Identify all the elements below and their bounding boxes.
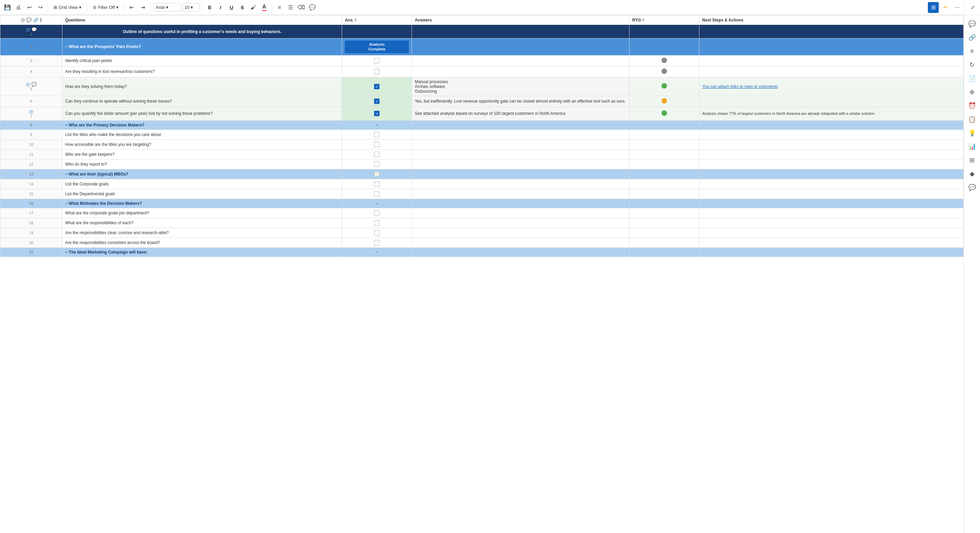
sidebar-clipboard-icon[interactable]: 📋 (966, 113, 978, 125)
comment-toolbar-button[interactable]: 💬 (307, 3, 317, 12)
ans-cell[interactable] (342, 96, 412, 107)
ans-cell[interactable] (342, 169, 412, 179)
sidebar-clock-icon[interactable]: ⏰ (966, 100, 978, 112)
ans-info-icon[interactable]: ℹ (355, 18, 356, 22)
checkbox[interactable] (374, 240, 380, 245)
nextsteps-cell (699, 66, 964, 77)
checkbox[interactable] (374, 84, 380, 89)
nextsteps-cell (699, 25, 964, 38)
sidebar-refresh-icon[interactable]: ↻ (966, 59, 978, 71)
nextsteps-link[interactable]: You can attach links to rows or comments (702, 84, 778, 89)
row-number-cell: 8 (0, 120, 62, 130)
row-number-cell: 11 (0, 149, 62, 159)
sidebar-doc-icon[interactable]: 📄 (966, 72, 978, 84)
italic-button[interactable]: I (216, 3, 225, 12)
sidebar-chat-icon[interactable]: 💬 (966, 18, 978, 30)
checkbox[interactable] (374, 171, 380, 177)
row-number: 16 (29, 201, 33, 206)
sidebar-link-icon[interactable]: 🔗 (966, 31, 978, 44)
ans-cell[interactable] (342, 208, 412, 218)
ans-cell[interactable] (342, 55, 412, 66)
font-size-dropdown[interactable]: 10 ▾ (182, 3, 199, 11)
sidebar-list-icon[interactable]: ≡ (966, 45, 978, 57)
checkbox[interactable] (374, 162, 380, 167)
row-number-cell: 20 (0, 238, 62, 247)
pencil-button[interactable]: ✏ (940, 2, 951, 13)
header-comment-icon[interactable]: 💬 (26, 17, 32, 22)
align-button[interactable]: ≡ (275, 3, 285, 12)
checkbox[interactable] (374, 58, 380, 63)
indent-decrease-button[interactable]: ⇤ (127, 3, 137, 12)
more-button[interactable]: ⋯ (952, 3, 962, 12)
answers-cell (412, 199, 630, 208)
checkbox[interactable] (374, 111, 380, 116)
ans-cell[interactable] (342, 107, 412, 120)
sidebar-grid-icon[interactable]: ⊞ (966, 154, 978, 166)
answers-label: Answers (415, 18, 432, 22)
list-button[interactable]: ☰ (286, 3, 295, 12)
checkbox[interactable] (374, 69, 380, 74)
checkbox[interactable] (374, 220, 380, 225)
table-row: 15List the Departmental goals (0, 189, 964, 199)
ans-cell[interactable] (342, 179, 412, 189)
ans-cell[interactable] (342, 218, 412, 228)
grid-view-dropdown[interactable]: ⊞ Grid View ▾ (51, 3, 84, 11)
header-info-icon[interactable]: ℹ (40, 17, 41, 22)
ryg-cell (630, 189, 699, 199)
sidebar-add-icon[interactable]: ⊕ (966, 86, 978, 98)
strikethrough-button[interactable]: S (238, 3, 247, 12)
sidebar-chart-icon[interactable]: 📊 (966, 140, 978, 153)
ans-cell[interactable] (342, 130, 412, 140)
checkbox[interactable] (374, 132, 380, 137)
grid-active-button[interactable]: ⊞ (928, 2, 939, 13)
row-icon[interactable]: @ (26, 82, 30, 87)
header-link-icon[interactable]: 🔗 (33, 17, 38, 22)
row-icon[interactable]: 💬 (31, 82, 37, 87)
undo-button[interactable]: ↩ (25, 3, 34, 12)
ans-cell[interactable]: - (342, 120, 412, 130)
question-cell: Can you quantify the dollar amount (per … (62, 107, 342, 120)
collapse-button[interactable]: ⤢ (968, 3, 977, 12)
answers-cell (412, 130, 630, 140)
ans-cell[interactable] (342, 149, 412, 159)
indent-increase-button[interactable]: ⇥ (138, 3, 148, 12)
text-color-button[interactable]: A (259, 3, 269, 12)
ans-cell[interactable] (342, 140, 412, 149)
font-dropdown[interactable]: Arial ▾ (153, 3, 181, 11)
highlight-button[interactable]: 🖌 (248, 3, 258, 12)
row-icon[interactable]: 💬 (31, 27, 37, 32)
ryg-info-icon[interactable]: ℹ (643, 18, 644, 22)
row-icon[interactable]: @ (26, 27, 30, 32)
ans-cell[interactable] (342, 189, 412, 199)
ans-cell[interactable]: - (342, 247, 412, 257)
bold-button[interactable]: B (205, 3, 215, 12)
header-at-icon[interactable]: @ (21, 17, 25, 22)
checkbox[interactable] (374, 142, 380, 147)
checkbox[interactable] (374, 152, 380, 157)
checkbox[interactable] (374, 181, 380, 187)
ans-cell[interactable] (342, 77, 412, 96)
checkbox[interactable] (374, 230, 380, 235)
filter-button[interactable]: ⊘ Filter Off ▾ (90, 3, 121, 11)
underline-button[interactable]: U (227, 3, 236, 12)
ans-cell[interactable] (342, 159, 412, 169)
sidebar-bubble-icon[interactable]: 💬 (966, 181, 978, 194)
redo-button[interactable]: ↪ (35, 3, 45, 12)
row-icon[interactable]: @ (29, 109, 33, 114)
ans-cell[interactable] (342, 228, 412, 238)
print-button[interactable]: 🖨 (14, 3, 23, 12)
ans-cell[interactable]: - (342, 199, 412, 208)
sidebar-diamond-icon[interactable]: ◆ (966, 168, 978, 180)
ans-cell[interactable] (342, 66, 412, 77)
checkbox[interactable] (374, 191, 380, 197)
sidebar-bulb-icon[interactable]: 💡 (966, 127, 978, 139)
spreadsheet-area[interactable]: @ 💬 🔗 ℹ Questions Ans. ℹ (0, 15, 964, 533)
ans-cell[interactable]: AnalysisComplete (342, 38, 412, 56)
checkbox[interactable] (374, 210, 380, 216)
checkbox[interactable] (374, 98, 380, 104)
answers-cell: Manual processes Archaic software Outsou… (412, 77, 630, 96)
save-button[interactable]: 💾 (3, 3, 12, 12)
erase-button[interactable]: ⌫ (297, 3, 306, 12)
ans-cell[interactable] (342, 238, 412, 247)
ans-cell[interactable] (342, 25, 412, 38)
